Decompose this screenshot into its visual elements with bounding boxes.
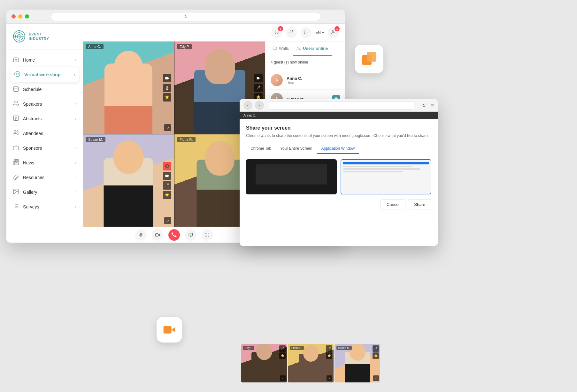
sidebar-item-home[interactable]: Home ›: [6, 53, 83, 67]
sidebar-item-speakers[interactable]: Speakers ›: [6, 97, 83, 111]
sidebar-item-abstracts[interactable]: Abstracts ›: [6, 111, 83, 126]
mini-cell-fiona: Fiona R. 🎤 ⭐ ⤢: [288, 344, 334, 382]
forward-button[interactable]: ›: [255, 101, 264, 110]
share-button[interactable]: Share: [408, 200, 431, 209]
user-role-anna: Host: [287, 81, 340, 85]
video-grid: Anna C.: [83, 41, 265, 227]
menu-button[interactable]: ≡: [431, 102, 434, 108]
mic-toggle-susan[interactable]: 🎤: [163, 181, 171, 190]
tab-walls-label: Walls: [279, 46, 289, 51]
bookmark-button[interactable]: 1: [271, 27, 282, 38]
nav-items: Home › Virtual: [6, 49, 83, 217]
sidebar-item-attendees[interactable]: Attendees ›: [6, 126, 83, 141]
sidebar-item-schedule[interactable]: Schedule ›: [6, 82, 83, 97]
cancel-button[interactable]: Cancel: [381, 200, 405, 209]
sidebar-item-label-home: Home: [23, 57, 71, 63]
end-call-button[interactable]: [168, 229, 180, 241]
resources-icon: [13, 174, 19, 181]
main-header: 1 EN: [83, 24, 345, 41]
expand-susan[interactable]: ⤢: [164, 217, 171, 224]
mini-mic-fiona[interactable]: 🎤: [326, 345, 332, 352]
mini-mic-susan[interactable]: 🎤: [373, 345, 379, 352]
sidebar-item-label-sponsors: Sponsors: [23, 146, 71, 151]
bookmark-badge: 1: [278, 26, 283, 31]
svg-marker-36: [168, 175, 169, 177]
chevron-icon-attendees: ›: [75, 131, 76, 136]
language-selector[interactable]: EN ▾: [315, 30, 324, 35]
fullscreen-button[interactable]: [202, 229, 213, 241]
language-label: EN: [315, 30, 321, 35]
profile-button[interactable]: 1: [328, 27, 339, 38]
close-button[interactable]: [12, 14, 16, 19]
minimize-button[interactable]: [18, 14, 22, 19]
floating-video-icon: [157, 317, 182, 343]
svg-marker-34: [259, 77, 260, 79]
reload-button-2[interactable]: ↻: [419, 101, 428, 110]
sidebar-item-news[interactable]: News ›: [6, 155, 83, 170]
sidebar-item-sponsors[interactable]: Sponsors ›: [6, 141, 83, 155]
notification-button[interactable]: [286, 27, 297, 38]
maximize-button[interactable]: [25, 14, 29, 19]
svg-marker-40: [158, 234, 159, 236]
share-tab-chrome[interactable]: Chrome Tab: [246, 144, 276, 154]
news-icon: [13, 159, 19, 167]
address-bar-2[interactable]: [269, 101, 414, 109]
share-tab-entire[interactable]: Your Entire Screen: [276, 144, 317, 154]
chat-button[interactable]: [301, 27, 312, 38]
chevron-icon-home: ›: [75, 58, 76, 62]
share-tab-entire-label: Your Entire Screen: [280, 146, 312, 151]
sidebar-item-label-abstracts: Abstracts: [23, 116, 71, 121]
sidebar-item-gallery[interactable]: Gallery ›: [6, 185, 83, 200]
video-cell-susan: Susan M. 📵 🎤 ⭐: [83, 134, 174, 227]
camera-toggle-anna[interactable]: [163, 74, 171, 82]
participant-label-fiona: Fiona R.: [177, 137, 196, 142]
sidebar-item-virtual-workshop[interactable]: Virtual workshop ›: [10, 67, 79, 82]
workshop-icon: [14, 71, 20, 79]
back-button[interactable]: ‹: [243, 101, 252, 110]
phone-end-susan[interactable]: 📵: [163, 162, 171, 170]
panel-tabs: Walls Users online: [265, 41, 345, 56]
share-tab-app[interactable]: Application Window: [317, 144, 359, 154]
preview-card-light[interactable]: [341, 159, 431, 194]
avatar-anna: A: [271, 74, 283, 86]
mic-toggle-anna[interactable]: [163, 84, 171, 92]
floating-app-icon: [355, 45, 383, 73]
chevron-icon-resources: ›: [75, 175, 76, 180]
chevron-icon-gallery: ›: [75, 190, 76, 194]
svg-marker-47: [172, 327, 175, 333]
mini-expand-edy[interactable]: ⤢: [280, 375, 286, 381]
svg-rect-35: [257, 77, 259, 79]
bell-icon: [289, 29, 294, 36]
mini-star-susan[interactable]: ⭐: [373, 352, 379, 359]
mini-expand-susan[interactable]: ⤢: [373, 375, 379, 381]
video-button[interactable]: [152, 229, 163, 241]
tab-users-online[interactable]: Users online: [293, 41, 332, 56]
microphone-button[interactable]: [135, 229, 147, 241]
svg-point-46: [297, 47, 299, 48]
address-bar[interactable]: ↻: [51, 12, 321, 21]
svg-rect-50: [367, 52, 376, 62]
chevron-icon-abstracts: ›: [75, 117, 76, 121]
sidebar-item-surveys[interactable]: Surveys ›: [6, 200, 83, 214]
mini-ctrl-fiona: 🎤 ⭐: [326, 345, 332, 359]
chat-icon: [304, 29, 309, 36]
mic-toggle-edy[interactable]: 🎤: [254, 84, 263, 92]
speakers-icon: [13, 100, 19, 108]
mini-mic-edy[interactable]: 🎤: [279, 345, 286, 352]
star-susan[interactable]: ⭐: [163, 191, 171, 199]
mini-expand-fiona[interactable]: ⤢: [327, 375, 332, 381]
star-anna[interactable]: ⭐: [163, 93, 171, 102]
sidebar-item-resources[interactable]: Resources ›: [6, 170, 83, 185]
svg-rect-11: [14, 87, 19, 91]
chevron-icon-sponsors: ›: [75, 146, 76, 150]
preview-card-dark[interactable]: [246, 159, 337, 194]
mini-label-susan: Susan M.: [336, 346, 352, 350]
camera-toggle-susan[interactable]: [163, 172, 171, 180]
camera-toggle-edy[interactable]: [254, 74, 263, 82]
sidebar-item-label-schedule: Schedule: [23, 87, 71, 92]
share-screen-button[interactable]: [185, 229, 196, 241]
mini-star-fiona[interactable]: ⭐: [326, 352, 332, 359]
mini-star-edy[interactable]: ⭐: [279, 352, 286, 359]
expand-anna[interactable]: ⤢: [164, 124, 171, 131]
tab-walls[interactable]: Walls: [269, 41, 293, 56]
